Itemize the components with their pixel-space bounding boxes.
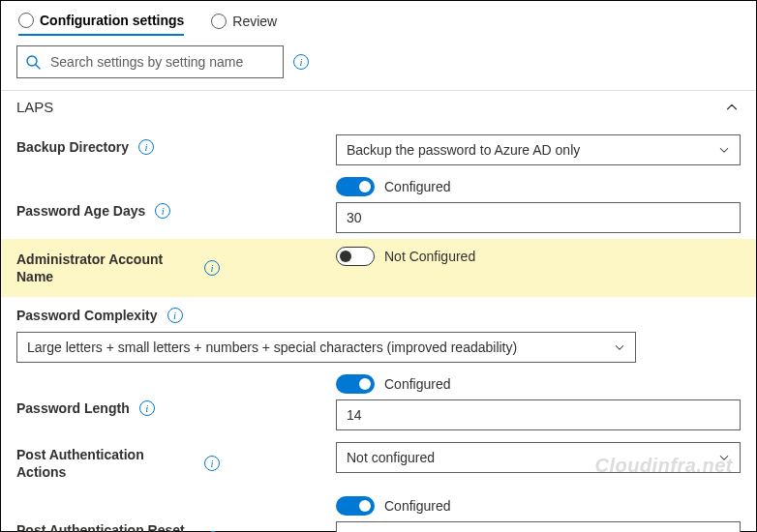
setting-row-password-length: Password Length i Configured 14 bbox=[16, 369, 741, 436]
tab-configuration-settings[interactable]: Configuration settings bbox=[18, 13, 184, 36]
info-icon[interactable]: i bbox=[293, 54, 309, 70]
password-length-input[interactable]: 14 bbox=[336, 399, 741, 430]
toggle-state: Not Configured bbox=[384, 249, 475, 264]
search-input[interactable] bbox=[48, 53, 275, 71]
toggle-state: Configured bbox=[384, 498, 451, 514]
post-auth-reset-delay-input[interactable]: 0 bbox=[336, 521, 741, 532]
search-icon bbox=[25, 54, 41, 70]
svg-point-0 bbox=[27, 56, 37, 66]
backup-directory-select[interactable]: Backup the password to Azure AD only bbox=[336, 134, 741, 165]
tab-label: Review bbox=[232, 14, 277, 29]
tab-label: Configuration settings bbox=[40, 13, 184, 28]
post-auth-actions-select[interactable]: Not configured bbox=[336, 442, 741, 473]
password-age-days-input[interactable]: 30 bbox=[336, 202, 741, 233]
password-age-days-toggle[interactable] bbox=[336, 177, 375, 196]
svg-line-1 bbox=[36, 65, 40, 69]
input-value: 14 bbox=[347, 407, 362, 423]
setting-row-password-complexity: Password Complexity i Large letters + sm… bbox=[16, 297, 741, 369]
toggle-state: Configured bbox=[384, 376, 451, 392]
select-value: Not configured bbox=[347, 450, 435, 465]
setting-label: Post Authentication Reset Delay bbox=[16, 521, 197, 532]
setting-label: Password Age Days bbox=[16, 202, 145, 220]
setting-row-admin-account-name: Administrator Account Name i Not Configu… bbox=[1, 239, 756, 297]
post-auth-reset-delay-toggle[interactable] bbox=[336, 496, 375, 516]
admin-account-name-toggle[interactable] bbox=[336, 247, 375, 266]
input-value: 30 bbox=[347, 210, 362, 225]
setting-row-post-auth-actions: Post Authentication Actions i Not config… bbox=[16, 436, 741, 490]
setting-label: Backup Directory bbox=[16, 138, 129, 156]
info-icon[interactable]: i bbox=[155, 203, 170, 219]
setting-label: Password Complexity bbox=[16, 307, 158, 324]
chevron-down-icon bbox=[718, 452, 730, 463]
password-length-toggle[interactable] bbox=[336, 374, 375, 394]
toggle-state: Configured bbox=[384, 179, 451, 194]
password-complexity-select[interactable]: Large letters + small letters + numbers … bbox=[16, 332, 636, 363]
select-value: Large letters + small letters + numbers … bbox=[27, 340, 517, 355]
setting-label: Password Length bbox=[16, 399, 130, 417]
section-title: LAPS bbox=[16, 99, 53, 115]
tab-review[interactable]: Review bbox=[211, 14, 277, 35]
setting-row-password-age-days: Password Age Days i Configured 30 bbox=[16, 171, 741, 239]
setting-label: Administrator Account Name bbox=[16, 251, 181, 285]
info-icon[interactable]: i bbox=[204, 260, 220, 276]
info-icon[interactable]: i bbox=[139, 400, 155, 416]
info-icon[interactable]: i bbox=[204, 456, 220, 471]
radio-icon bbox=[211, 14, 227, 29]
chevron-down-icon bbox=[718, 144, 730, 156]
info-icon[interactable]: i bbox=[167, 308, 183, 323]
section-header-laps[interactable]: LAPS bbox=[16, 91, 741, 129]
select-value: Backup the password to Azure AD only bbox=[347, 142, 580, 158]
setting-row-backup-directory: Backup Directory i Backup the password t… bbox=[16, 129, 741, 171]
radio-icon bbox=[18, 13, 34, 28]
setting-row-post-auth-reset-delay: Post Authentication Reset Delay i Config… bbox=[16, 490, 741, 532]
setting-label: Post Authentication Actions bbox=[16, 446, 181, 481]
chevron-up-icon bbox=[725, 101, 739, 114]
info-icon[interactable]: i bbox=[138, 139, 154, 155]
chevron-down-icon bbox=[614, 341, 625, 353]
search-box[interactable] bbox=[16, 45, 284, 78]
